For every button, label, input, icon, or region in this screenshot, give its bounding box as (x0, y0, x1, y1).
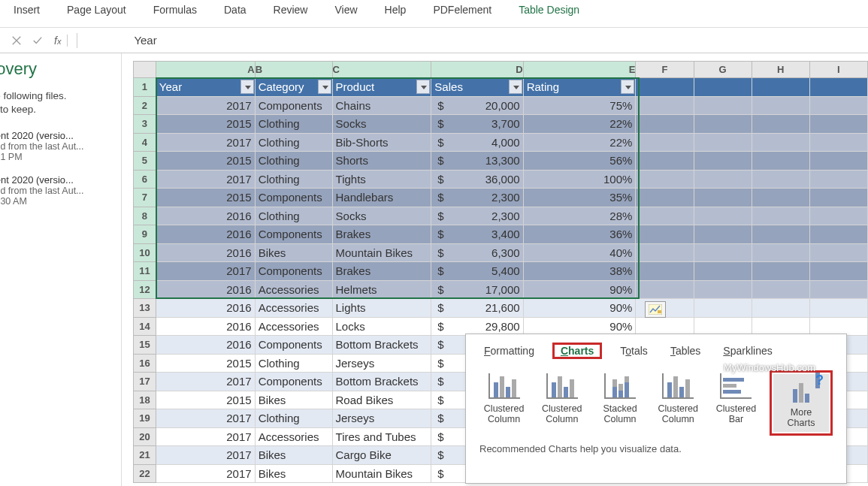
cell[interactable] (694, 96, 752, 115)
cell[interactable]: 2017 (156, 446, 255, 465)
row-header[interactable]: 17 (134, 373, 156, 391)
filter-dropdown-icon[interactable] (416, 80, 430, 94)
cell[interactable] (694, 115, 752, 134)
cell[interactable]: 2017 (156, 133, 255, 152)
cell[interactable]: Accessories (255, 280, 332, 299)
cell[interactable]: Components (255, 336, 332, 355)
cell[interactable]: 2015 (156, 354, 255, 373)
cell[interactable]: Components (255, 96, 332, 115)
cell[interactable] (636, 243, 694, 262)
cell[interactable]: $4,000 (431, 133, 523, 152)
row-header[interactable]: 7 (134, 189, 156, 207)
cell[interactable]: Clothing (255, 207, 332, 225)
ribbon-tab-insert[interactable]: Insert (0, 0, 53, 20)
cell[interactable] (694, 152, 752, 171)
cell[interactable] (752, 225, 809, 244)
cell[interactable]: Locks (332, 317, 431, 336)
cell[interactable]: 2015 (156, 152, 255, 171)
cell[interactable] (809, 280, 867, 299)
cell[interactable] (752, 133, 809, 152)
cell[interactable]: 2016 (156, 243, 255, 262)
table-header-cell[interactable]: Year (156, 78, 255, 97)
row-header[interactable]: 14 (134, 317, 156, 336)
cell[interactable]: Brakes (332, 262, 431, 281)
cell[interactable]: $20,000 (431, 96, 523, 115)
column-header[interactable]: H (752, 62, 809, 78)
qa-more-charts[interactable]: ?MoreCharts (773, 374, 829, 432)
cell[interactable]: Bib-Shorts (332, 133, 431, 152)
cell[interactable]: Jerseys (332, 409, 431, 428)
cell[interactable]: 2016 (156, 336, 255, 355)
filter-dropdown-icon[interactable] (509, 80, 522, 94)
cell[interactable]: 2017 (156, 464, 255, 483)
cell[interactable] (752, 170, 809, 189)
cell[interactable]: Tights (332, 170, 431, 189)
cell[interactable]: 2016 (156, 280, 255, 299)
cell[interactable]: $17,000 (431, 280, 523, 299)
cell[interactable] (694, 262, 752, 281)
cell[interactable]: Mountain Bikes (332, 464, 431, 483)
cell[interactable] (809, 317, 867, 336)
cell[interactable] (809, 96, 867, 115)
qa-tab-tables[interactable]: Tables (666, 342, 705, 360)
qa-tab-formatting[interactable]: Formatting (479, 342, 539, 360)
cell[interactable]: 38% (523, 262, 636, 281)
cell[interactable]: Jerseys (332, 354, 431, 373)
cell[interactable]: Mountain Bikes (332, 243, 431, 262)
row-header[interactable]: 2 (134, 96, 156, 115)
cell[interactable] (809, 207, 867, 225)
cell[interactable]: 2017 (156, 409, 255, 428)
cell[interactable] (809, 299, 867, 318)
ribbon-tab-help[interactable]: Help (371, 0, 420, 20)
qa-chart-option[interactable]: StackedColumn (595, 370, 644, 436)
ribbon-tab-page-layout[interactable]: Page Layout (53, 0, 140, 20)
cell[interactable]: $36,000 (431, 170, 523, 189)
cell[interactable] (752, 207, 809, 225)
cell[interactable]: Bottom Brackets (332, 373, 431, 391)
cell[interactable]: 2016 (156, 225, 255, 244)
cell[interactable]: $3,400 (431, 225, 523, 244)
cell[interactable]: Components (255, 373, 332, 391)
qa-chart-option[interactable]: ClusteredBar (712, 370, 761, 436)
cell[interactable]: Components (255, 262, 332, 281)
table-header-cell[interactable]: Category (255, 78, 332, 97)
cell[interactable]: 2016 (156, 207, 255, 225)
cell[interactable] (636, 78, 694, 97)
cell[interactable]: 56% (523, 152, 636, 171)
cell[interactable]: $5,400 (431, 262, 523, 281)
cell[interactable]: 2017 (156, 262, 255, 281)
cell[interactable]: 2015 (156, 115, 255, 134)
filter-dropdown-icon[interactable] (240, 80, 254, 94)
cell[interactable]: 2017 (156, 373, 255, 391)
row-header[interactable]: 20 (134, 427, 156, 446)
cell[interactable]: Shorts (332, 152, 431, 171)
cell[interactable] (809, 243, 867, 262)
cell[interactable] (752, 189, 809, 207)
cell[interactable]: Road Bikes (332, 391, 431, 409)
cell[interactable]: $21,600 (431, 299, 523, 318)
qa-chart-option[interactable]: ClusteredColumn (479, 370, 528, 436)
cell[interactable] (636, 280, 694, 299)
cell[interactable] (809, 152, 867, 171)
cell[interactable]: Clothing (255, 133, 332, 152)
ribbon-tab-view[interactable]: View (321, 0, 370, 20)
cell[interactable]: Lights (332, 299, 431, 318)
cell[interactable] (694, 78, 752, 97)
ribbon-tab-pdfelement[interactable]: PDFelement (419, 0, 505, 20)
cell[interactable] (809, 78, 867, 97)
cell[interactable]: Accessories (255, 427, 332, 446)
cell[interactable] (809, 262, 867, 281)
qa-tab-totals[interactable]: Totals (615, 342, 652, 360)
quick-analysis-icon[interactable] (645, 301, 666, 318)
ribbon-tab-table-design[interactable]: Table Design (505, 0, 593, 20)
cell[interactable]: $13,300 (431, 152, 523, 171)
row-header[interactable]: 4 (134, 133, 156, 152)
cell[interactable] (694, 189, 752, 207)
row-header[interactable]: 22 (134, 464, 156, 483)
cell[interactable]: Components (255, 189, 332, 207)
table-header-cell[interactable]: Product (332, 78, 431, 97)
cell[interactable]: Handlebars (332, 189, 431, 207)
cell[interactable]: $2,300 (431, 189, 523, 207)
cell[interactable] (694, 225, 752, 244)
column-header[interactable]: A (156, 62, 255, 78)
